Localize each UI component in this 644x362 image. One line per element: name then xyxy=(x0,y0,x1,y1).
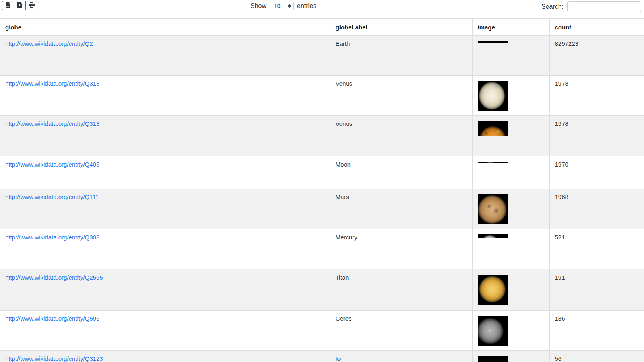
globe-label-cell: Io xyxy=(330,351,472,362)
globe-cell: http://www.wikidata.org/entity/Q111 xyxy=(0,189,330,229)
entity-link[interactable]: http://www.wikidata.org/entity/Q3123 xyxy=(5,355,103,362)
pdf-file-icon xyxy=(17,2,23,9)
titan-image[interactable] xyxy=(478,275,508,305)
globe-cell: http://www.wikidata.org/entity/Q2 xyxy=(0,36,330,76)
table-header-row: globe globeLabel image count xyxy=(0,19,644,36)
entity-link[interactable]: http://www.wikidata.org/entity/Q405 xyxy=(5,161,99,168)
table-row: http://www.wikidata.org/entity/Q2Earth82… xyxy=(0,36,644,76)
pdf-export-button[interactable] xyxy=(14,1,26,10)
table-row: http://www.wikidata.org/entity/Q2565Tita… xyxy=(0,269,644,311)
globe-label-cell: Venus xyxy=(330,116,472,156)
entries-label: entries xyxy=(297,2,316,10)
image-cell xyxy=(472,116,549,156)
count-cell: 1968 xyxy=(549,189,644,229)
globe-label-cell: Mercury xyxy=(330,229,472,269)
entity-link[interactable]: http://www.wikidata.org/entity/Q111 xyxy=(5,193,99,200)
count-cell: 8297223 xyxy=(549,36,644,76)
search-input[interactable] xyxy=(567,1,641,12)
page-length-control: Show 10 entries xyxy=(250,0,316,12)
globe-cell: http://www.wikidata.org/entity/Q2565 xyxy=(0,269,330,311)
entity-link[interactable]: http://www.wikidata.org/entity/Q308 xyxy=(5,234,99,241)
csv-export-button[interactable]: csv xyxy=(2,1,14,10)
count-cell: 56 xyxy=(549,351,644,362)
image-cell xyxy=(472,189,549,229)
globe-label-cell: Venus xyxy=(330,76,472,116)
entity-link[interactable]: http://www.wikidata.org/entity/Q2 xyxy=(5,40,93,47)
count-cell: 136 xyxy=(549,311,644,351)
table-row: http://www.wikidata.org/entity/Q308Mercu… xyxy=(0,229,644,269)
moon-image[interactable] xyxy=(478,162,508,163)
mercury-image[interactable] xyxy=(478,234,508,238)
io-image[interactable] xyxy=(478,356,508,362)
printer-icon xyxy=(29,2,35,9)
export-button-group: csv xyxy=(2,1,37,10)
venus-image[interactable] xyxy=(478,121,508,136)
globe-label-cell: Moon xyxy=(330,156,472,189)
globe-cell: http://www.wikidata.org/entity/Q313 xyxy=(0,116,330,156)
globe-cell: http://www.wikidata.org/entity/Q405 xyxy=(0,156,330,189)
image-cell xyxy=(472,311,549,351)
table-row: http://www.wikidata.org/entity/Q405Moon1… xyxy=(0,156,644,189)
globe-label-cell: Ceres xyxy=(330,311,472,351)
image-cell xyxy=(472,229,549,269)
image-cell xyxy=(472,36,549,76)
entity-link[interactable]: http://www.wikidata.org/entity/Q313 xyxy=(5,80,99,87)
globe-cell: http://www.wikidata.org/entity/Q313 xyxy=(0,76,330,116)
select-spinner-icon xyxy=(288,4,291,8)
search-label: Search: xyxy=(541,3,564,10)
count-cell: 521 xyxy=(549,229,644,269)
image-cell xyxy=(472,351,549,362)
entity-link[interactable]: http://www.wikidata.org/entity/Q596 xyxy=(5,315,99,322)
globe-label-cell: Mars xyxy=(330,189,472,229)
column-header-globelabel[interactable]: globeLabel xyxy=(330,19,472,36)
table-row: http://www.wikidata.org/entity/Q111Mars1… xyxy=(0,189,644,229)
table-row: http://www.wikidata.org/entity/Q596Ceres… xyxy=(0,311,644,351)
table-row: http://www.wikidata.org/entity/Q313Venus… xyxy=(0,76,644,116)
entity-link[interactable]: http://www.wikidata.org/entity/Q2565 xyxy=(5,274,103,281)
search-control: Search: xyxy=(541,1,641,12)
csv-file-icon: csv xyxy=(5,2,11,9)
page-length-select[interactable]: 10 xyxy=(270,2,294,10)
globe-cell: http://www.wikidata.org/entity/Q3123 xyxy=(0,351,330,362)
image-cell xyxy=(472,156,549,189)
table-row: http://www.wikidata.org/entity/Q3123Io56 xyxy=(0,351,644,362)
entity-link[interactable]: http://www.wikidata.org/entity/Q313 xyxy=(5,120,99,127)
show-label: Show xyxy=(250,2,266,10)
ceres-image[interactable] xyxy=(478,316,508,346)
count-cell: 1970 xyxy=(549,156,644,189)
mars-image[interactable] xyxy=(478,194,508,224)
venus-image[interactable] xyxy=(478,81,508,111)
svg-text:csv: csv xyxy=(6,5,9,7)
results-table: globe globeLabel image count http://www.… xyxy=(0,18,644,362)
column-header-globe[interactable]: globe xyxy=(0,19,330,36)
image-cell xyxy=(472,269,549,311)
earth-image[interactable] xyxy=(478,41,508,43)
image-cell xyxy=(472,76,549,116)
count-cell: 191 xyxy=(549,269,644,311)
count-cell: 1978 xyxy=(549,76,644,116)
globe-cell: http://www.wikidata.org/entity/Q596 xyxy=(0,311,330,351)
column-header-image[interactable]: image xyxy=(472,19,549,36)
datatable-toolbar: csv Sho xyxy=(0,0,644,18)
globe-label-cell: Earth xyxy=(330,36,472,76)
globe-label-cell: Titan xyxy=(330,269,472,311)
column-header-count[interactable]: count xyxy=(549,19,644,36)
count-cell: 1978 xyxy=(549,116,644,156)
page-length-value: 10 xyxy=(270,3,281,9)
globe-cell: http://www.wikidata.org/entity/Q308 xyxy=(0,229,330,269)
table-row: http://www.wikidata.org/entity/Q313Venus… xyxy=(0,116,644,156)
print-export-button[interactable] xyxy=(25,1,37,10)
